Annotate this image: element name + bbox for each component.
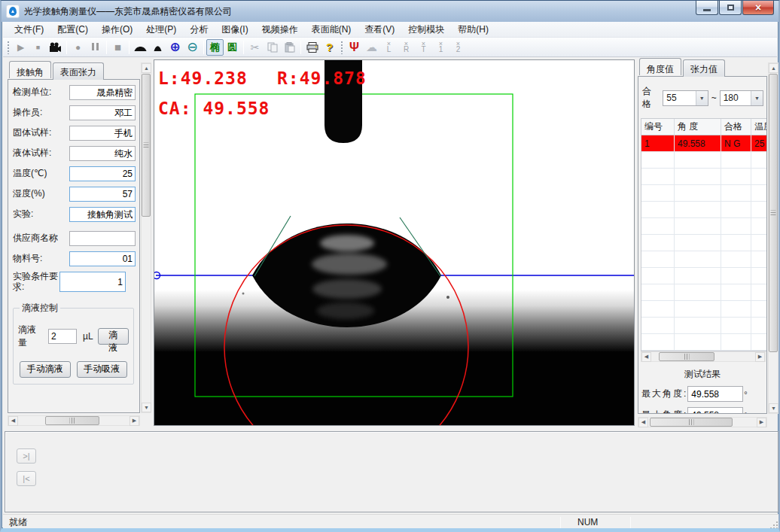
supplier-field[interactable] (69, 231, 136, 246)
scroll-up-icon[interactable]: ▲ (142, 63, 151, 73)
menu-config[interactable]: 配置(C) (50, 21, 95, 38)
right-panel-vscrollbar[interactable]: ▲ ▼ (768, 62, 778, 414)
tab-surface-tension[interactable]: 表面张力 (53, 62, 104, 80)
crosshair-button[interactable]: ⊕ (166, 39, 184, 56)
toolbar-grip[interactable] (7, 41, 10, 54)
circle-fit-button[interactable]: 圆 (224, 39, 241, 56)
camera-image-view[interactable]: L:49.238 R:49.878 CA: 49.558 (154, 59, 635, 426)
scroll-up-icon[interactable]: ▲ (769, 63, 778, 73)
camera-button[interactable] (47, 39, 64, 56)
scroll-down-icon[interactable]: ▼ (769, 403, 778, 413)
menu-image[interactable]: 图像(I) (215, 21, 254, 38)
copy-button[interactable] (264, 39, 281, 56)
experiment-field[interactable] (69, 207, 136, 222)
step-back-button[interactable]: |< (17, 471, 36, 486)
clear-2-button[interactable]: ×2 (449, 39, 467, 56)
menu-file[interactable]: 文件(F) (8, 21, 50, 38)
record-button[interactable]: ● (69, 39, 87, 56)
scroll-left-icon[interactable]: ◀ (641, 352, 651, 362)
chevron-down-icon[interactable]: ▼ (751, 91, 763, 105)
tab-tension-values[interactable]: 张力值 (683, 59, 725, 77)
menu-surface-energy[interactable]: 表面能(N) (305, 21, 358, 38)
manual-suck-button[interactable]: 手动吸液 (77, 361, 128, 378)
baseline-button[interactable]: ⊖ (184, 39, 201, 56)
material-no-field[interactable] (69, 251, 136, 266)
paste-button[interactable] (281, 39, 298, 56)
max-angle-field[interactable] (687, 386, 743, 402)
menu-view[interactable]: 查看(V) (358, 21, 401, 38)
manual-dispense-button[interactable]: 手动滴液 (20, 361, 71, 378)
menu-control-module[interactable]: 控制模块 (401, 21, 451, 38)
sessile-drop-wide-button[interactable] (132, 39, 149, 56)
min-angle-field[interactable] (687, 407, 743, 414)
operator-field[interactable] (69, 105, 136, 120)
solid-sample-label: 固体试样: (13, 128, 69, 138)
toolbar-grip[interactable] (340, 41, 343, 54)
left-panel-vscroll-thumb[interactable] (142, 74, 151, 217)
col-temp[interactable]: 温度 (751, 119, 767, 135)
clear-top-button[interactable]: ×T (415, 39, 432, 56)
clear-right-button[interactable]: ×R (398, 39, 415, 56)
menu-operate[interactable]: 操作(O) (95, 21, 139, 38)
detect-unit-field[interactable] (69, 85, 136, 100)
scroll-left-icon[interactable]: ◀ (8, 416, 18, 426)
scroll-right-icon[interactable]: ▶ (755, 352, 765, 362)
clear-left-button[interactable]: ×L (380, 39, 398, 56)
chevron-down-icon[interactable]: ▼ (696, 91, 708, 105)
close-button[interactable]: × (742, 1, 774, 15)
pass-min-combo[interactable]: 55 ▼ (663, 90, 708, 106)
play-button[interactable]: ▶ (12, 39, 29, 56)
solid-sample-field[interactable] (69, 126, 136, 141)
table-hscroll-thumb[interactable] (659, 352, 714, 361)
right-panel-hscroll-thumb[interactable] (650, 418, 733, 427)
pass-max-combo[interactable]: 180 ▼ (720, 90, 763, 106)
humidity-field[interactable] (69, 187, 136, 202)
drop-volume-field[interactable] (48, 329, 77, 344)
dispense-drop-button[interactable]: 滴液 (98, 328, 129, 345)
scroll-right-icon[interactable]: ▶ (129, 416, 139, 426)
left-panel-hscrollbar[interactable]: ◀ ▶ (8, 415, 140, 426)
stop-button[interactable]: ■ (29, 39, 47, 56)
table-hscrollbar[interactable]: ◀ ▶ (641, 351, 766, 362)
col-pass[interactable]: 合格 (721, 119, 751, 135)
table-row[interactable]: 1 49.558 N G 25 (641, 135, 767, 152)
print-button[interactable] (303, 39, 321, 56)
tab-contact-angle[interactable]: 接触角 (9, 61, 51, 78)
menu-analysis[interactable]: 分析 (183, 21, 215, 38)
print-icon (306, 42, 318, 53)
right-panel-vscroll-thumb[interactable] (769, 74, 778, 352)
ellipse-fit-button[interactable]: 椭 (206, 39, 224, 56)
restore-button[interactable] (719, 1, 742, 15)
condition-field[interactable] (59, 272, 126, 292)
temperature-field[interactable] (69, 166, 136, 181)
restore-icon (727, 5, 734, 11)
cut-icon: ✂ (251, 41, 260, 53)
stop-preview-button[interactable]: ■ (109, 39, 126, 56)
col-angle[interactable]: 角 度 (675, 119, 721, 135)
substrate-dark (154, 351, 634, 425)
scroll-right-icon[interactable]: ▶ (757, 418, 766, 427)
clear-1-button[interactable]: ×1 (432, 39, 449, 56)
help-button[interactable]: ? (321, 39, 338, 56)
menu-video-ops[interactable]: 视频操作 (255, 21, 305, 38)
col-id[interactable]: 编号 (641, 119, 675, 135)
scroll-down-icon[interactable]: ▼ (142, 403, 151, 412)
detect-unit-label: 检测单位: (13, 87, 69, 98)
cloud-button[interactable]: ☁ (363, 39, 380, 56)
pause-button[interactable] (87, 39, 104, 56)
menu-help[interactable]: 帮助(H) (451, 21, 495, 38)
left-panel-vscrollbar[interactable]: ▲ ▼ (141, 62, 151, 413)
dispense-button[interactable]: Ψ (346, 39, 363, 56)
menu-process[interactable]: 处理(P) (139, 21, 183, 38)
liquid-sample-field[interactable] (69, 146, 136, 161)
sessile-drop-button[interactable] (149, 39, 166, 56)
resize-grip[interactable] (768, 519, 778, 530)
minimize-button[interactable] (696, 1, 718, 15)
right-panel-hscrollbar[interactable]: ◀ ▶ (638, 417, 767, 427)
tab-angle-values[interactable]: 角度值 (639, 58, 681, 75)
table-row-empty (641, 334, 767, 351)
scroll-left-icon[interactable]: ◀ (638, 418, 648, 427)
step-forward-button[interactable]: >| (17, 448, 36, 464)
left-panel-hscroll-thumb[interactable] (45, 416, 99, 425)
cut-button[interactable]: ✂ (246, 39, 264, 56)
